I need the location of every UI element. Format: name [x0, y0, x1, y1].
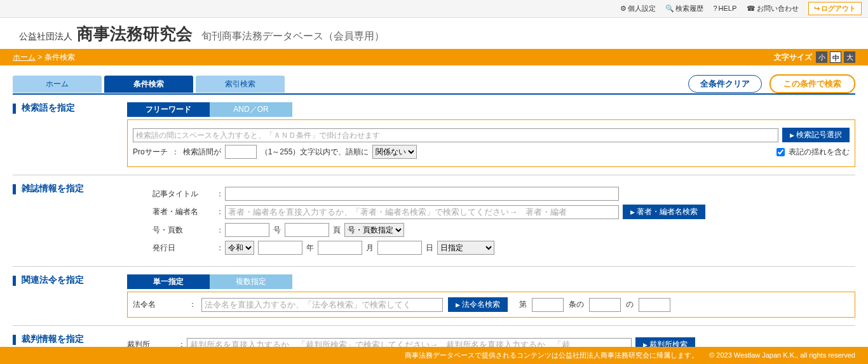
article-number-input[interactable]	[532, 298, 564, 312]
author-search-button[interactable]: 著者・編者名検索	[623, 205, 705, 219]
font-size-large-button[interactable]: 大	[844, 51, 855, 63]
pro-search-label: Proサーチ	[133, 147, 168, 158]
search-symbol-button[interactable]: 検索記号選択	[782, 128, 850, 142]
section-search-term: 検索語を指定 フリーワード AND／OR 検索記号選択 Proサーチ ： 検索語…	[13, 95, 855, 175]
variation-checkbox[interactable]	[776, 148, 785, 156]
page-number-input[interactable]	[285, 223, 329, 237]
breadcrumb-home-link[interactable]: ホーム	[13, 53, 36, 62]
pub-day-input[interactable]	[377, 241, 422, 255]
logout-button[interactable]: ↪ログアウト	[808, 2, 862, 15]
font-size-medium-button[interactable]: 中	[830, 51, 841, 63]
subtab-andor[interactable]: AND／OR	[210, 102, 292, 117]
footer-copyright: © 2023 Westlaw Japan K.K., all rights re…	[709, 351, 855, 355]
org-prefix: 公益社団法人	[19, 31, 72, 41]
font-size-control: 文字サイズ 小 中 大	[774, 51, 855, 63]
issue-page-mode-select[interactable]: 号・頁数指定	[344, 223, 404, 237]
page-header: 公益社団法人 商事法務研究会 旬刊商事法務データベース（会員専用）	[0, 18, 868, 49]
search-history-link[interactable]: 🔍検索履歴	[661, 3, 707, 15]
site-subtitle: 旬刊商事法務データベース（会員専用）	[201, 30, 384, 41]
section-magazine: 雑誌情報を指定 記事タイトル： 著者・編者名： 著者・編者名検索 号・頁数： 号…	[13, 175, 855, 267]
help-link[interactable]: ?HELP	[709, 3, 740, 13]
help-icon: ?	[713, 4, 717, 12]
issue-number-input[interactable]	[225, 223, 269, 237]
law-search-button[interactable]: 法令名検索	[448, 297, 508, 312]
article-title-input[interactable]	[225, 187, 619, 201]
pub-era-select[interactable]: 令和	[225, 241, 254, 255]
personal-settings-link[interactable]: ⚙個人設定	[616, 3, 660, 15]
main-tab-row: ホーム 条件検索 索引検索 全条件クリア この条件で検索	[0, 65, 868, 93]
law-name-input[interactable]	[201, 298, 443, 312]
author-input[interactable]	[225, 205, 619, 219]
breadcrumb: ホーム > 条件検索	[13, 52, 75, 63]
search-icon: 🔍	[665, 4, 674, 12]
variation-label: 表記の揺れを含む	[789, 147, 850, 158]
pub-date-mode-select[interactable]: 日指定	[437, 241, 494, 255]
word-order-select[interactable]: 関係ない	[372, 145, 417, 159]
article-sub1-input[interactable]	[589, 298, 621, 312]
tab-home[interactable]: ホーム	[13, 76, 102, 93]
phone-icon: ☎	[747, 4, 756, 12]
section-title-law: 関連法令を指定	[13, 274, 127, 318]
breadcrumb-bar: ホーム > 条件検索 文字サイズ 小 中 大	[0, 49, 868, 65]
pub-year-input[interactable]	[258, 241, 302, 255]
section-title-magazine: 雑誌情報を指定	[13, 183, 127, 259]
search-submit-button[interactable]: この条件で検索	[770, 74, 855, 93]
subtab-freeword[interactable]: フリーワード	[127, 102, 210, 117]
font-size-label: 文字サイズ	[774, 52, 812, 63]
section-title-term: 検索語を指定	[13, 102, 127, 167]
logout-icon: ↪	[814, 4, 820, 12]
section-law: 関連法令を指定 単一指定 複数指定 法令名： 法令名検索 第 条の の	[13, 267, 855, 326]
subtab-law-multi[interactable]: 複数指定	[210, 274, 292, 289]
tab-index-search[interactable]: 索引検索	[196, 76, 285, 93]
utility-bar: ⚙個人設定 🔍検索履歴 ?HELP ☎お問い合わせ ↪ログアウト	[0, 0, 868, 18]
pro-search-distance-input[interactable]	[225, 145, 257, 159]
font-size-small-button[interactable]: 小	[816, 51, 827, 63]
pub-month-input[interactable]	[318, 241, 362, 255]
article-sub2-input[interactable]	[639, 298, 670, 312]
contact-link[interactable]: ☎お問い合わせ	[743, 3, 803, 15]
search-term-input[interactable]	[133, 128, 778, 142]
page-footer: 商事法務データベースで提供されるコンテンツは公益社団法人商事法務研究会に帰属しま…	[0, 347, 868, 355]
tab-condition-search[interactable]: 条件検索	[104, 76, 193, 93]
gear-icon: ⚙	[620, 4, 627, 12]
footer-notice: 商事法務データベースで提供されるコンテンツは公益社団法人商事法務研究会に帰属しま…	[405, 351, 698, 355]
subtab-law-single[interactable]: 単一指定	[127, 274, 210, 289]
search-form: 検索語を指定 フリーワード AND／OR 検索記号選択 Proサーチ ： 検索語…	[0, 95, 868, 355]
org-name: 商事法務研究会	[77, 24, 193, 43]
clear-all-button[interactable]: 全条件クリア	[688, 75, 762, 93]
breadcrumb-current: 条件検索	[44, 53, 75, 62]
